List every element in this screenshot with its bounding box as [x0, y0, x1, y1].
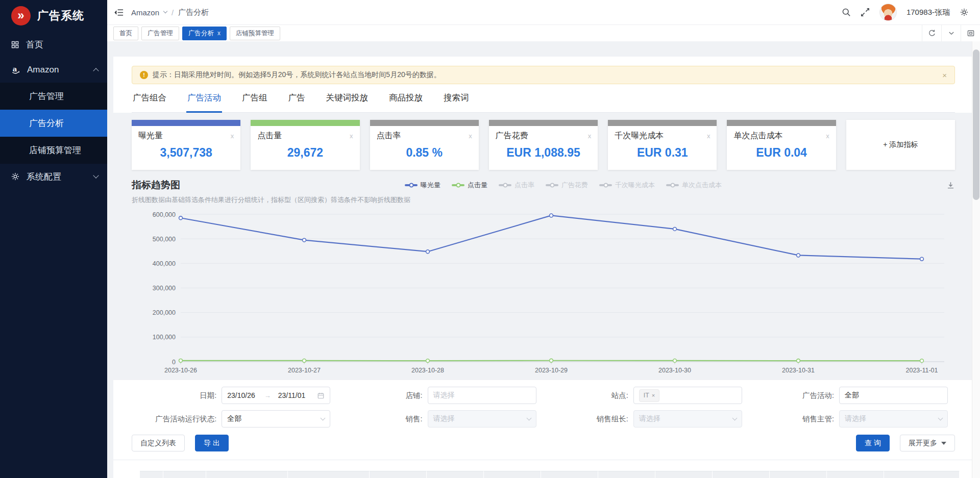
data-point-点击量[interactable] — [797, 359, 800, 363]
settings-gear-icon[interactable] — [960, 8, 969, 17]
metric-card-曝光量[interactable]: 曝光量x3,507,738 — [132, 120, 240, 170]
page-tag-店铺预算管理[interactable]: 店铺预算管理 — [230, 27, 280, 40]
alert-close-icon[interactable]: × — [942, 71, 947, 80]
legend-item-曝光量[interactable]: 曝光量 — [405, 181, 440, 190]
topbar: Amazon / 广告分析 170983-张瑞 — [107, 0, 980, 24]
user-avatar[interactable] — [879, 4, 897, 21]
data-point-点击量[interactable] — [673, 359, 677, 362]
sidebar-item-home[interactable]: 首页 — [0, 32, 107, 57]
metric-card-点击量[interactable]: 点击量x29,672 — [251, 120, 359, 170]
remove-metric-icon[interactable]: x — [588, 132, 592, 140]
remove-metric-icon[interactable]: x — [707, 132, 710, 140]
menu-fold-icon[interactable] — [114, 8, 124, 17]
page-tag-广告管理[interactable]: 广告管理 — [141, 27, 179, 40]
site-tag-chip: IT × — [639, 389, 660, 402]
filter-sales: 销售: 请选择 — [337, 410, 543, 427]
expand-more-button[interactable]: 展开更多 — [900, 435, 955, 451]
sidebar-item-amazon[interactable]: a Amazon — [0, 57, 107, 83]
caret-down-icon — [941, 442, 946, 445]
legend-item-点击率[interactable]: 点击率 — [499, 181, 534, 190]
query-button[interactable]: 查 询 — [856, 435, 890, 451]
sales-lead-select[interactable]: 请选择 — [633, 410, 742, 427]
analysis-header-panel: ! 提示：日期采用绝对时间。例如选择5月20号，系统则统计各站点当地时间5月20… — [113, 57, 973, 113]
metric-card-单次点击成本[interactable]: 单次点击成本xEUR 0.04 — [727, 120, 836, 170]
subtab-广告组合[interactable]: 广告组合 — [132, 92, 167, 112]
date-end-value[interactable]: 23/11/01 — [278, 391, 305, 399]
add-metric-card[interactable]: + 添加指标 — [846, 120, 955, 170]
data-point-点击量[interactable] — [550, 359, 553, 362]
scrollbar-thumb[interactable] — [973, 49, 979, 200]
legend-item-点击量[interactable]: 点击量 — [452, 181, 487, 190]
app-window: » 广告系统 首页 a Amazon 广告管理 广告分析 店铺预算管理 系统配置 — [0, 0, 980, 478]
sidebar-item-shop-budget[interactable]: 店铺预算管理 — [0, 137, 107, 164]
table-header-cell — [827, 471, 884, 478]
chevron-down-icon[interactable] — [163, 9, 167, 13]
remove-metric-icon[interactable]: x — [826, 132, 829, 140]
sales-manager-select[interactable]: 请选择 — [839, 410, 948, 427]
data-point-点击量[interactable] — [426, 359, 430, 363]
shop-label: 店铺: — [405, 391, 422, 400]
maximize-icon[interactable] — [961, 25, 980, 41]
data-point-曝光量[interactable] — [426, 250, 430, 254]
site-multiselect[interactable]: IT × — [633, 387, 742, 404]
subtab-广告活动[interactable]: 广告活动 — [186, 92, 222, 113]
page-tag-首页[interactable]: 首页 — [113, 27, 138, 40]
sidebar-item-ad-analysis[interactable]: 广告分析 — [0, 110, 107, 137]
legend-item-广告花费[interactable]: 广告花费 — [546, 181, 588, 190]
metric-title: 单次点击成本 — [733, 131, 782, 141]
legend-item-单次点击成本[interactable]: 单次点击成本 — [666, 181, 722, 190]
remove-metric-icon[interactable]: x — [469, 132, 472, 140]
legend-label: 曝光量 — [421, 181, 440, 190]
x-axis-tick-label: 2023-10-26 — [164, 367, 197, 374]
shop-select[interactable]: 请选择 — [428, 387, 536, 404]
page-tag-广告分析[interactable]: 广告分析x — [182, 27, 227, 40]
data-point-曝光量[interactable] — [797, 254, 800, 257]
subtab-商品投放[interactable]: 商品投放 — [388, 92, 424, 112]
campaign-status-select[interactable]: 全部 — [222, 410, 330, 427]
download-icon[interactable] — [946, 181, 955, 190]
metric-card-广告花费[interactable]: 广告花费xEUR 1,088.95 — [489, 120, 598, 170]
campaign-select[interactable]: 全部 — [839, 387, 948, 404]
subtab-广告组[interactable]: 广告组 — [241, 92, 268, 112]
date-range-input[interactable]: 23/10/26 → 23/11/01 — [222, 387, 330, 404]
range-arrow-icon: → — [264, 392, 271, 399]
trend-line-chart[interactable]: 0100,000200,000300,000400,000500,000600,… — [132, 208, 955, 379]
subtab-广告[interactable]: 广告 — [287, 92, 306, 112]
remove-metric-icon[interactable]: x — [231, 132, 234, 140]
vertical-scrollbar[interactable] — [972, 41, 980, 478]
customize-list-button[interactable]: 自定义列表 — [132, 435, 185, 451]
legend-item-千次曝光成本[interactable]: 千次曝光成本 — [599, 181, 655, 190]
metric-card-点击率[interactable]: 点击率x0.85 % — [370, 120, 479, 170]
data-point-曝光量[interactable] — [179, 216, 183, 220]
data-point-曝光量[interactable] — [303, 238, 306, 242]
tag-close-icon[interactable]: × — [652, 392, 655, 398]
username-label[interactable]: 170983-张瑞 — [906, 8, 950, 17]
fullscreen-icon[interactable] — [861, 8, 870, 17]
sidebar-item-system-config[interactable]: 系统配置 — [0, 164, 107, 189]
data-point-曝光量[interactable] — [920, 257, 924, 261]
metric-card-千次曝光成本[interactable]: 千次曝光成本xEUR 0.31 — [608, 120, 717, 170]
data-point-曝光量[interactable] — [673, 228, 677, 231]
data-point-点击量[interactable] — [303, 359, 306, 363]
data-point-曝光量[interactable] — [550, 214, 553, 217]
data-point-点击量[interactable] — [179, 359, 183, 362]
filter-date: 日期: 23/10/26 → 23/11/01 — [132, 387, 337, 404]
search-icon[interactable] — [842, 8, 851, 17]
tag-close-icon[interactable]: x — [217, 30, 220, 37]
table-header-cell — [206, 471, 288, 478]
export-button[interactable]: 导 出 — [195, 435, 229, 451]
breadcrumb-root[interactable]: Amazon — [131, 8, 159, 17]
subtab-关键词投放[interactable]: 关键词投放 — [325, 92, 370, 112]
metric-card-color-strip — [370, 120, 479, 126]
sidebar-item-ad-management[interactable]: 广告管理 — [0, 83, 107, 110]
data-point-点击量[interactable] — [920, 359, 924, 363]
remove-metric-icon[interactable]: x — [350, 132, 353, 140]
legend-label: 单次点击成本 — [682, 181, 722, 190]
refresh-icon[interactable] — [922, 25, 941, 41]
app-title: 广告系统 — [37, 8, 84, 23]
metric-cards-row: 曝光量x3,507,738点击量x29,672点击率x0.85 %广告花费xEU… — [113, 120, 973, 170]
date-start-value[interactable]: 23/10/26 — [227, 391, 255, 399]
subtab-搜索词[interactable]: 搜索词 — [443, 92, 470, 112]
sales-select[interactable]: 请选择 — [428, 410, 536, 427]
chevron-down-icon[interactable] — [941, 25, 961, 41]
